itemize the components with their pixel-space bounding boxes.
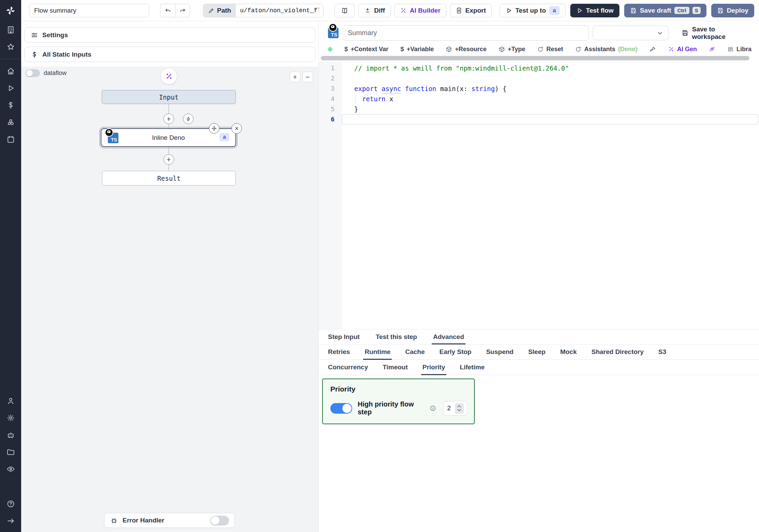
tab-timeout[interactable]: Timeout xyxy=(383,360,408,375)
path-edit-button[interactable]: Path xyxy=(203,4,236,17)
error-handler-toggle[interactable] xyxy=(210,516,229,526)
assistants-button[interactable]: Assistants (Deno) xyxy=(575,46,638,53)
tab-test-this-step[interactable]: Test this step xyxy=(376,329,417,344)
tab-lifetime[interactable]: Lifetime xyxy=(460,360,485,375)
line-number: 1 xyxy=(319,63,342,73)
library-button[interactable]: Libra xyxy=(727,46,751,53)
zoom-in-button[interactable]: + xyxy=(290,72,300,82)
tab-step-input[interactable]: Step Input xyxy=(328,329,360,344)
tab-suspend[interactable]: Suspend xyxy=(486,344,513,359)
code-line[interactable]: 3export async function main(x: string) { xyxy=(319,84,759,94)
windmill-logo-icon[interactable] xyxy=(0,0,21,21)
ai-builder-button[interactable]: AI Builder xyxy=(394,4,446,17)
code-text xyxy=(342,73,758,84)
add-variable-button[interactable]: $ +Variable xyxy=(400,45,434,53)
add-type-button[interactable]: +Type xyxy=(499,46,525,53)
tab-shared-directory[interactable]: Shared Directory xyxy=(591,344,644,359)
format-brush-button[interactable] xyxy=(649,46,656,53)
docs-button[interactable] xyxy=(334,4,355,17)
deploy-button[interactable]: Deploy xyxy=(711,4,754,17)
settings-gear-icon[interactable] xyxy=(0,409,21,426)
static-inputs-button[interactable]: All Static Inputs xyxy=(24,47,315,62)
resources-group-icon[interactable] xyxy=(0,114,21,131)
code-line[interactable]: 4 return x xyxy=(319,94,759,104)
line-number: 5 xyxy=(319,104,342,114)
code-line[interactable]: 6 xyxy=(319,114,759,124)
add-step-button[interactable]: + xyxy=(163,154,174,165)
redo-button[interactable] xyxy=(175,4,190,17)
reset-button[interactable]: Reset xyxy=(537,46,563,53)
tab-runtime[interactable]: Runtime xyxy=(364,344,390,359)
error-handler-node[interactable]: Error Handler xyxy=(104,513,235,528)
book-icon xyxy=(341,7,348,14)
dataflow-toggle[interactable] xyxy=(26,69,40,77)
tab-concurrency[interactable]: Concurrency xyxy=(328,360,368,375)
ai-sparkle-button[interactable] xyxy=(709,46,715,53)
save-to-workspace-button[interactable]: Save to workspace xyxy=(682,26,750,41)
add-context-var-button[interactable]: $ +Context Var xyxy=(344,45,388,53)
high-priority-toggle[interactable] xyxy=(330,403,352,414)
chevron-down-icon xyxy=(457,408,461,412)
flow-settings-button[interactable]: Settings xyxy=(24,27,315,43)
schedules-calendar-icon[interactable] xyxy=(0,131,21,148)
home-icon[interactable] xyxy=(0,62,21,79)
tab-advanced[interactable]: Advanced xyxy=(433,329,464,344)
user-icon[interactable] xyxy=(0,392,21,409)
priority-value-input[interactable] xyxy=(443,404,455,412)
flow-summary-input[interactable] xyxy=(29,4,149,17)
code-text: } xyxy=(342,104,758,114)
code-line[interactable]: 2 xyxy=(319,73,759,84)
tab-early-stop[interactable]: Early Stop xyxy=(439,344,471,359)
runs-play-icon[interactable] xyxy=(0,79,21,97)
zoom-out-button[interactable]: − xyxy=(302,72,313,82)
collapse-arrow-icon[interactable] xyxy=(0,512,21,529)
folders-icon[interactable] xyxy=(0,443,21,460)
language-select[interactable] xyxy=(593,26,669,40)
paintbrush-icon xyxy=(649,46,656,53)
tab-mock[interactable]: Mock xyxy=(560,344,577,359)
save-draft-button[interactable]: Save draft Ctrl S xyxy=(624,4,706,17)
audit-eye-icon[interactable] xyxy=(0,460,21,477)
workspace-building-icon[interactable] xyxy=(0,21,21,38)
test-flow-button[interactable]: Test flow xyxy=(570,4,619,17)
tab-cache[interactable]: Cache xyxy=(405,344,425,359)
rail-divider xyxy=(0,59,21,59)
add-trigger-bolt-button[interactable] xyxy=(183,114,194,124)
flow-result-node[interactable]: Result xyxy=(102,171,236,186)
add-step-button[interactable]: + xyxy=(163,114,174,124)
tab-sleep[interactable]: Sleep xyxy=(528,344,546,359)
wand-icon xyxy=(165,72,173,80)
diff-button[interactable]: Diff xyxy=(358,4,391,17)
step-summary-input[interactable] xyxy=(343,25,589,41)
save-draft-label: Save draft xyxy=(640,7,671,14)
add-resource-button[interactable]: +Resource xyxy=(446,46,487,53)
delete-step-button[interactable] xyxy=(231,123,242,134)
tab-retries[interactable]: Retries xyxy=(328,344,350,359)
advanced-tabs: Retries Runtime Cache Early Stop Suspend… xyxy=(319,344,759,360)
ai-builder-label: AI Builder xyxy=(410,7,441,14)
code-line[interactable]: 1// import * as wmill from "npm:windmill… xyxy=(319,63,759,73)
undo-button[interactable] xyxy=(160,4,175,17)
favorites-star-icon[interactable] xyxy=(0,38,21,55)
code-line[interactable]: 5} xyxy=(319,104,759,114)
ai-gen-button[interactable]: AI Gen xyxy=(668,46,697,53)
editor-hscrollbar[interactable] xyxy=(319,55,759,62)
code-editor[interactable]: 1// import * as wmill from "npm:windmill… xyxy=(319,62,759,329)
variables-dollar-icon[interactable] xyxy=(0,97,21,114)
stepper-buttons[interactable] xyxy=(455,403,464,414)
help-question-icon[interactable] xyxy=(0,495,21,512)
path-input[interactable] xyxy=(236,4,323,17)
chevron-down-icon xyxy=(657,30,663,36)
flow-input-node[interactable]: Input xyxy=(102,90,236,104)
move-step-button[interactable] xyxy=(209,123,219,134)
inline-deno-step-node[interactable]: TS Inline Deno a xyxy=(101,128,236,147)
export-file-icon xyxy=(456,7,462,14)
export-button[interactable]: Export xyxy=(450,4,492,17)
ai-flow-wand-button[interactable] xyxy=(161,68,177,84)
tab-priority[interactable]: Priority xyxy=(423,360,445,375)
scrollbar-thumb[interactable] xyxy=(321,56,749,60)
workers-robot-icon[interactable] xyxy=(0,426,21,443)
test-up-to-button[interactable]: Test up to a xyxy=(500,4,565,17)
sliders-icon xyxy=(31,31,38,39)
tab-s3[interactable]: S3 xyxy=(658,344,666,359)
